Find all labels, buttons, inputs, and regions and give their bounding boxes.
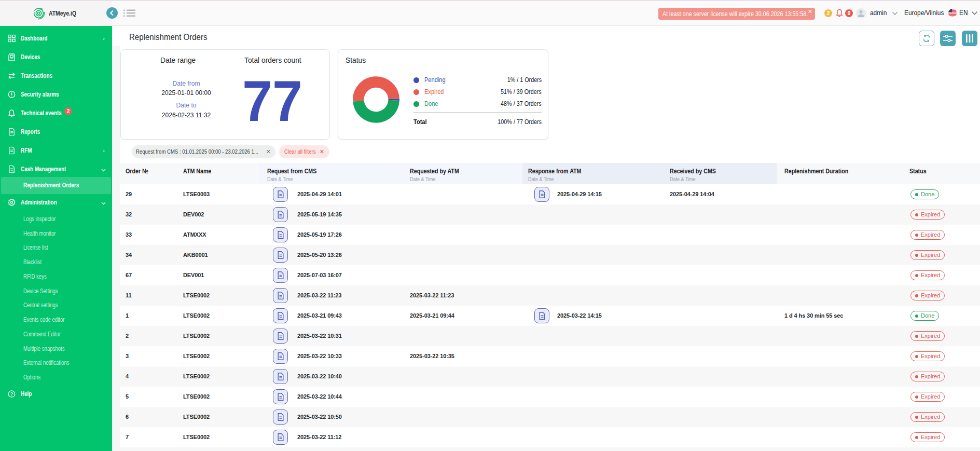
svg-text:?: ? [10, 391, 13, 397]
